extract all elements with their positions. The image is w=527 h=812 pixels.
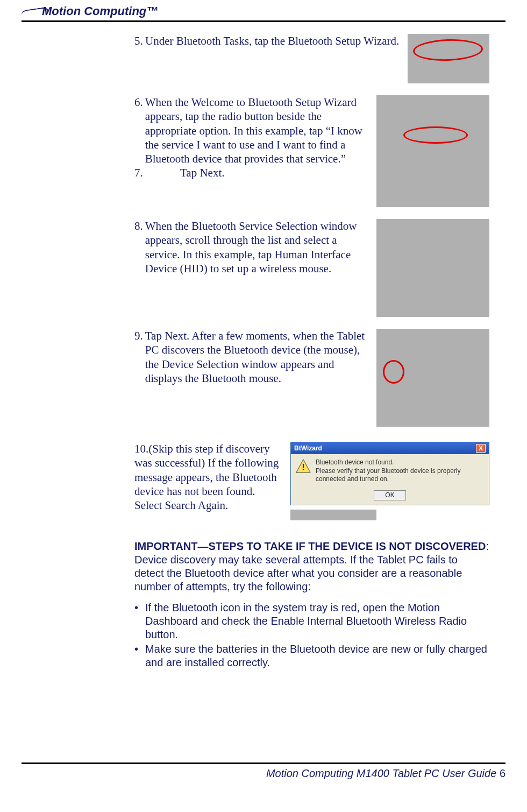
svg-text:!: ! [302, 462, 305, 472]
important-section: IMPORTANT—STEPS TO TAKE IF THE DEVICE IS… [134, 540, 489, 669]
close-icon[interactable]: X [476, 444, 486, 453]
step-7: 7. Tap Next. [134, 166, 371, 180]
bullet-item: • If the Bluetooth icon in the system tr… [134, 601, 489, 641]
brand-logo: Motion Computing™ [22, 4, 158, 20]
page-number: 6 [500, 767, 505, 779]
screenshot-placeholder-1 [408, 34, 489, 83]
important-heading: IMPORTANT—STEPS TO TAKE IF THE DEVICE IS… [134, 540, 486, 552]
screenshot-placeholder-bar [290, 510, 376, 520]
step-5: 5. Under Bluetooth Tasks, tap the Blueto… [134, 34, 402, 48]
logo-text: Motion Computing [42, 4, 146, 18]
highlight-circle-icon [383, 360, 404, 384]
screenshot-placeholder-3 [376, 219, 489, 317]
step-10: 10. (Skip this step if discovery was suc… [134, 442, 285, 512]
dialog-title: BtWizard [294, 444, 322, 453]
dialog-message: Bluetooth device not found. Please verif… [316, 458, 485, 484]
page-header: Motion Computing™ [22, 0, 505, 22]
ok-button[interactable]: OK [374, 490, 405, 500]
highlight-ellipse-icon [403, 126, 468, 144]
highlight-ellipse-icon [412, 38, 483, 62]
page-footer: Motion Computing M1400 Tablet PC User Gu… [22, 762, 505, 780]
step-8: 8. When the Bluetooth Service Selection … [134, 219, 371, 276]
screenshot-placeholder-4 [376, 329, 489, 427]
footer-title: Motion Computing M1400 Tablet PC User Gu… [266, 767, 496, 779]
screenshot-placeholder-2 [376, 95, 489, 207]
bullet-item: • Make sure the batteries in the Bluetoo… [134, 642, 489, 669]
step-9: 9. Tap Next. After a few moments, when t… [134, 329, 371, 385]
error-dialog: BtWizard X ! Bluetooth device not found.… [290, 442, 489, 505]
warning-icon: ! [295, 458, 311, 474]
step-6: 6. When the Welcome to Bluetooth Setup W… [134, 95, 371, 166]
